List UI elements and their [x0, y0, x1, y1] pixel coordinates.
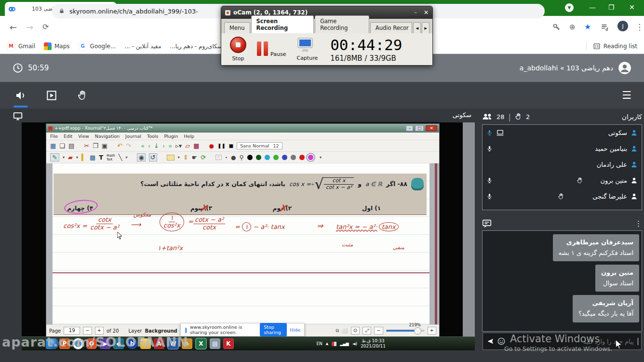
account-icon[interactable] [618, 61, 631, 75]
fit-page-icon[interactable]: ⧉ [335, 328, 339, 334]
hide-share-button[interactable]: Hide [290, 327, 300, 333]
xournal-minimize-icon[interactable]: – [406, 125, 413, 131]
undo-icon[interactable]: ↶ [117, 142, 122, 149]
user-row[interactable]: علی رادمان [483, 157, 642, 173]
menu-help[interactable]: Help [184, 134, 194, 139]
zoom-icon[interactable]: ⊕ [569, 23, 576, 31]
xournal-maximize-icon[interactable]: □ [415, 125, 424, 131]
raise-hand-button[interactable] [74, 87, 91, 104]
mic-icon[interactable] [486, 177, 493, 184]
tray-flag-icon[interactable] [332, 342, 336, 346]
snap-tool-icon[interactable]: ↺ [149, 153, 157, 161]
eraser-dropdown-icon[interactable]: ▾ [76, 155, 78, 160]
bookmark-google[interactable]: GGoogle... [79, 42, 116, 51]
hand-tool-icon[interactable]: ☛ [192, 154, 198, 161]
ocam-minimize-icon[interactable]: – [414, 9, 417, 16]
taskbar-word-icon[interactable]: W [167, 338, 179, 349]
image-tool-icon[interactable]: ▩ [90, 154, 95, 161]
pen-dropdown-icon[interactable]: ▾ [63, 155, 65, 160]
ocam-tab-menu[interactable]: Menu [224, 22, 250, 33]
shape-tool-icon[interactable]: ╲ [119, 154, 122, 161]
color-darkgreen[interactable] [256, 155, 261, 160]
select-region-icon[interactable] [167, 155, 174, 161]
chat-kebab-icon[interactable]: ⋮ [635, 219, 642, 228]
taskbar-kmp-icon[interactable]: K [223, 338, 234, 349]
add-page-icon[interactable]: ▹▾ [175, 142, 182, 149]
avatar[interactable]: J [617, 21, 628, 31]
next-annotated-icon[interactable]: ↓ [154, 142, 159, 149]
hamburger-menu-icon[interactable]: ☰ [622, 89, 631, 101]
screen-share-icon[interactable] [496, 130, 504, 136]
color-red[interactable] [299, 155, 305, 160]
mic-icon[interactable] [486, 145, 493, 152]
window-minimize-icon[interactable]: — [589, 4, 596, 11]
taskbar-bluetooth-icon[interactable]: b [127, 338, 137, 349]
menu-view[interactable]: View [78, 134, 89, 139]
ocam-close-icon[interactable]: ✕ [424, 9, 429, 16]
ocam-tab-game-recording[interactable]: Game Recording [315, 15, 369, 33]
user-row[interactable]: متین برون [483, 173, 642, 188]
ocam-capture-button[interactable]: Capture [296, 37, 318, 62]
menu-edit[interactable]: Edit [64, 134, 72, 139]
open-doc-icon[interactable]: ▤ [68, 142, 74, 149]
cut-icon[interactable]: ✂ [84, 142, 89, 149]
ocam-tabs-left-icon[interactable]: ◂ [413, 22, 421, 33]
taskbar-app-orange-icon[interactable]: O [86, 338, 97, 349]
eraser-tool-icon[interactable]: ▰ [68, 154, 73, 161]
delete-page-icon[interactable]: ▱ [185, 142, 190, 149]
taskbar-notepad-icon[interactable]: ▤ [210, 338, 220, 349]
menu-journal[interactable]: Journal [125, 134, 141, 139]
save-icon[interactable]: ▦ [50, 142, 56, 149]
xournal-titlebar[interactable]: *"کتاب درسی ۱۴۰۰ فصل۲"pdf.xopp - Xournal… [46, 124, 439, 133]
shared-scrollbar[interactable] [463, 122, 475, 350]
prev-page-icon[interactable]: ‹ [148, 142, 150, 149]
users-list[interactable]: سکوتی بنیامین حمید علی رادمان متین برون … [482, 124, 642, 210]
forward-icon[interactable]: → [26, 22, 33, 32]
zoom-in-button[interactable]: + [428, 327, 436, 335]
zoom-fit-button[interactable]: ⤢ [362, 327, 371, 335]
kebab-menu-icon[interactable]: ⋮ [635, 22, 644, 32]
mic-icon[interactable] [486, 193, 493, 200]
page-number-input[interactable]: 19 [64, 327, 80, 335]
presentation-icon[interactable]: ▦ [193, 142, 199, 149]
color-grey[interactable] [291, 155, 296, 160]
taskbar-powerpoint-icon[interactable]: P [59, 338, 70, 349]
highlighter-tool-icon[interactable]: ▍ [81, 154, 86, 161]
fullscreen-icon[interactable]: ⬜ [342, 328, 348, 334]
menu-plugin[interactable]: Plugin [164, 134, 178, 139]
tray-clock[interactable]: 10:33 ق.ظ 2021/20/11 [361, 338, 386, 349]
window-close-icon[interactable]: ✕ [629, 4, 635, 11]
ocam-tab-screen-recording[interactable]: Screen Recording [251, 15, 314, 33]
bookmark-gmail[interactable]: MGmail [7, 42, 35, 51]
menu-tools[interactable]: Tools [147, 134, 158, 139]
user-row[interactable]: سکوتی [483, 125, 642, 141]
next-page-icon[interactable]: › [162, 142, 165, 149]
user-row[interactable]: بنیامین حمید [483, 141, 642, 157]
tray-language[interactable]: EN [316, 341, 322, 346]
taskbar-chrome-icon[interactable] [73, 338, 83, 349]
tray-network-icon[interactable]: ▂▄▆ [340, 342, 349, 346]
menu-file[interactable]: File [50, 134, 58, 139]
send-icon[interactable] [486, 337, 495, 345]
text-tool-icon[interactable]: T [99, 154, 103, 161]
color-lightblue[interactable] [265, 155, 270, 160]
page-plus-button[interactable]: + [95, 327, 104, 335]
default-tool-icon[interactable]: ⟳ [201, 154, 206, 161]
stop-playback-icon[interactable]: ■ [229, 143, 233, 148]
user-row[interactable]: علیرضا گنجی [483, 188, 642, 204]
bookmark-mofid[interactable]: مفید آنلاین - ... [124, 43, 161, 50]
select-dropdown-icon[interactable]: ▾ [178, 155, 180, 160]
taskbar-acrobat-icon[interactable]: A [154, 338, 164, 349]
media-play-button[interactable] [43, 87, 60, 104]
taskbar-paint-icon[interactable]: ✎ [182, 338, 192, 349]
reload-icon[interactable]: ⟳ [42, 22, 49, 31]
zoom-100-button[interactable]: ⊙ [351, 327, 360, 335]
xournal-close-icon[interactable]: ✕ [426, 125, 437, 131]
menu-navigation[interactable]: Navigation [95, 134, 120, 139]
paste-icon[interactable]: ▣ [102, 142, 107, 149]
emoji-icon[interactable] [497, 337, 505, 345]
bookmark-star-icon[interactable]: ★ [584, 22, 591, 31]
thickness-thick-icon[interactable]: ● [231, 154, 236, 161]
shape-dropdown-icon[interactable]: ▾ [125, 155, 127, 160]
color-blue[interactable] [282, 155, 287, 160]
